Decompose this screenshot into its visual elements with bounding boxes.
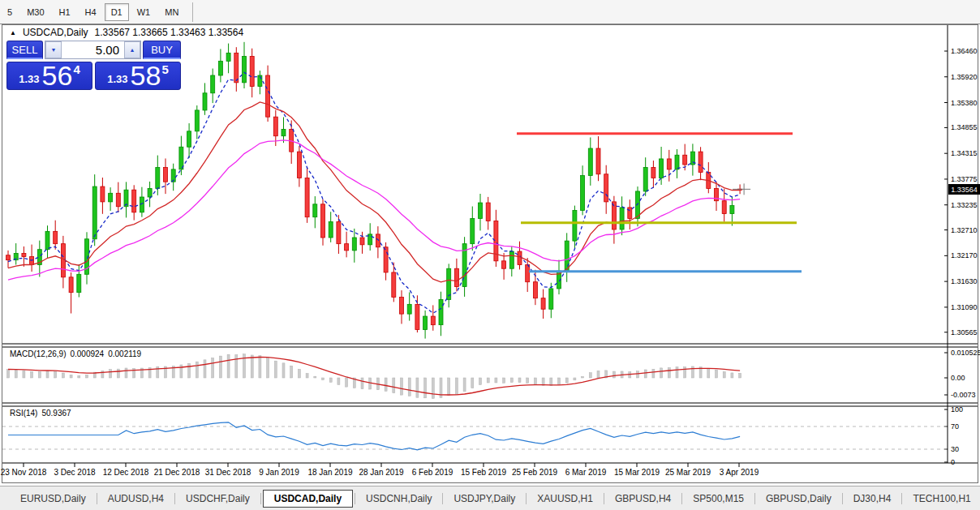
date-axis-label: 3 Dec 2018 — [54, 468, 95, 477]
volume-input[interactable] — [62, 41, 124, 58]
chevron-down-icon: ▼ — [51, 47, 57, 53]
timeframe-button-5[interactable]: 5 — [1, 3, 19, 21]
rsi-axis-label: 30 — [951, 445, 959, 453]
timeframe-button-h4[interactable]: H4 — [79, 3, 103, 21]
price-axis-label: 1.35920 — [951, 73, 978, 81]
rsi-name: RSI(14) — [10, 409, 37, 418]
price-axis-label: 1.30565 — [951, 328, 978, 336]
tab-separator — [604, 493, 604, 504]
rsi-axis-label: 70 — [951, 422, 959, 431]
tab-separator — [681, 493, 682, 504]
date-axis-label: 18 Jan 2019 — [307, 468, 352, 477]
date-axis-label: 3 Apr 2019 — [720, 468, 759, 477]
tab-usdchf-daily[interactable]: USDCHF,Daily — [177, 491, 259, 507]
volume-increase-button[interactable]: ▲ — [124, 41, 140, 58]
date-axis-label: 15 Mar 2019 — [614, 468, 660, 477]
chart-title: ▲ USDCAD,Daily 1.33567 1.33665 1.33463 1… — [10, 27, 243, 38]
sell-price-pip: 4 — [73, 62, 80, 76]
tab-separator — [442, 493, 443, 504]
timeframe-button-w1[interactable]: W1 — [131, 3, 157, 21]
date-axis-label: 23 Nov 2018 — [1, 468, 47, 477]
macd-axis-label: 0.010525 — [951, 349, 980, 357]
toolbar-separator — [192, 2, 193, 22]
tab-audusd-h4[interactable]: AUDUSD,H4 — [99, 491, 173, 507]
timeframe-button-m30[interactable]: M30 — [20, 3, 50, 21]
price-axis-label: 1.32170 — [951, 251, 978, 259]
date-axis-label: 21 Dec 2018 — [154, 468, 200, 477]
date-axis-label: 25 Mar 2019 — [665, 468, 711, 477]
current-price-tag: 1.33564 — [948, 184, 980, 195]
macd-value-signal: 0.002119 — [108, 349, 141, 358]
tab-separator — [260, 493, 261, 504]
tab-sp500-m15[interactable]: SP500,M15 — [684, 491, 753, 507]
tab-tech100-h1[interactable]: TECH100,H1 — [904, 491, 979, 507]
rsi-axis-label: 0 — [951, 458, 955, 466]
date-axis-label: 31 Dec 2018 — [205, 468, 251, 477]
rsi-indicator-label: RSI(14) 50.9367 — [10, 409, 71, 418]
price-axis-label: 1.33775 — [951, 175, 978, 183]
tab-gbpusd-daily[interactable]: GBPUSD,Daily — [757, 491, 840, 507]
volume-decrease-button[interactable]: ▼ — [45, 41, 62, 58]
timeframe-button-d1[interactable]: D1 — [105, 3, 129, 21]
timeframe-button-mn[interactable]: MN — [158, 3, 185, 21]
date-axis-label: 12 Dec 2018 — [103, 468, 149, 477]
price-axis-label: 1.34315 — [951, 149, 978, 157]
tab-separator — [842, 493, 843, 504]
sell-price-main: 56 — [42, 63, 73, 88]
tab-usdcad-daily[interactable]: USDCAD,Daily — [263, 490, 353, 508]
ohlc-values: 1.33567 1.33665 1.33463 1.33564 — [95, 27, 244, 38]
rsi-axis-label: 100 — [951, 405, 963, 414]
date-axis-label: 28 Jan 2019 — [359, 468, 403, 477]
date-axis-label: 6 Feb 2019 — [412, 468, 453, 477]
tab-separator — [355, 493, 355, 504]
tab-eurusd-daily[interactable]: EURUSD,Daily — [11, 491, 95, 507]
chart-window — [2, 24, 978, 483]
sell-button[interactable]: SELL — [6, 41, 43, 59]
collapse-triangle-icon[interactable]: ▲ — [10, 29, 16, 36]
tab-usdcnh-daily[interactable]: USDCNH,Daily — [357, 491, 441, 507]
buy-price-prefix: 1.33 — [107, 73, 127, 85]
tab-gbpusd-h4[interactable]: GBPUSD,H4 — [606, 491, 680, 507]
date-axis-label: 9 Jan 2019 — [259, 468, 299, 477]
price-axis-label: 1.35380 — [951, 99, 978, 107]
price-axis-label: 1.32710 — [951, 226, 978, 234]
price-axis-label: 1.34855 — [951, 123, 978, 131]
tab-usdjpy-daily[interactable]: USDJPY,Daily — [445, 491, 524, 507]
buy-price-pip: 5 — [161, 62, 168, 76]
date-axis-label: 6 Mar 2019 — [565, 468, 607, 477]
macd-value-main: 0.000924 — [70, 349, 104, 358]
symbol-tabbar: EURUSD,DailyAUDUSD,H4USDCHF,DailyUSDCAD,… — [0, 486, 980, 510]
price-axis-label: 1.31630 — [951, 277, 978, 285]
date-axis-label: 25 Feb 2019 — [512, 468, 557, 477]
volume-stepper: ▼ ▲ — [45, 41, 141, 59]
tab-dj30-h4[interactable]: DJ30,H4 — [845, 491, 900, 507]
tab-separator — [97, 493, 97, 504]
macd-indicator-label: MACD(12,26,9) 0.000924 0.002119 — [10, 349, 141, 358]
price-axis-label: 1.31090 — [951, 303, 978, 311]
macd-axis-label: 0.00 — [951, 374, 965, 382]
price-axis-label: 1.36460 — [951, 47, 978, 55]
buy-price-main: 58 — [131, 63, 161, 88]
symbol-label: USDCAD,Daily — [23, 27, 88, 38]
tab-xauusd-h1[interactable]: XAUUSD,H1 — [528, 491, 602, 507]
tab-separator — [901, 493, 902, 504]
price-axis-label: 1.33235 — [951, 201, 978, 209]
timeframe-toolbar: 5M30H1H4D1W1MN — [0, 0, 980, 24]
timeframe-button-h1[interactable]: H1 — [53, 3, 77, 21]
buy-quote-box[interactable]: 1.33 58 5 — [95, 62, 181, 90]
macd-axis-label: -0.0073 — [951, 391, 976, 399]
date-axis-label: 15 Feb 2019 — [461, 468, 506, 477]
rsi-value: 50.9367 — [41, 409, 71, 418]
macd-name: MACD(12,26,9) — [10, 349, 66, 358]
tab-separator — [754, 493, 755, 504]
sell-quote-box[interactable]: 1.33 56 4 — [6, 62, 92, 90]
chevron-up-icon: ▲ — [130, 47, 135, 53]
sell-price-prefix: 1.33 — [19, 73, 39, 85]
tab-separator — [526, 493, 527, 504]
one-click-trading-widget: SELL ▼ ▲ BUY 1.33 56 4 1.33 58 5 — [6, 39, 181, 90]
tab-separator — [174, 493, 175, 504]
buy-button[interactable]: BUY — [143, 41, 181, 59]
